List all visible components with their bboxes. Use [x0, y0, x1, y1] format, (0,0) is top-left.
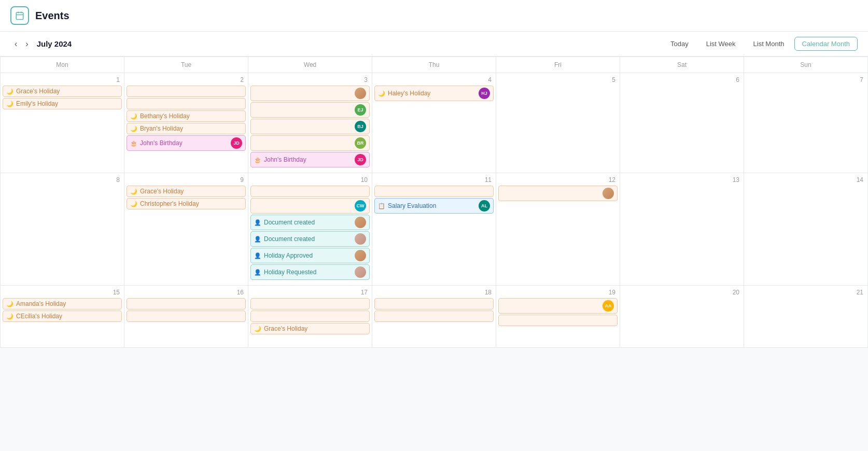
list-item[interactable] [250, 311, 370, 322]
list-item[interactable] [250, 186, 370, 197]
day-cell-jul3: 3 EJ BJ [248, 73, 372, 173]
prev-month-button[interactable]: ‹ [10, 37, 21, 51]
day-cell-jul2: 2 🌙 Bethany's Holiday [124, 73, 248, 173]
week-row-1: 1 🌙 Grace's Holiday 🌙 Emily's Holiday 2 [1, 73, 868, 173]
moon-icon: 🌙 [378, 90, 385, 97]
avatar: BJ [355, 121, 366, 132]
app-icon [10, 6, 29, 25]
list-week-button[interactable]: List Week [698, 37, 744, 51]
event-label: John's Birthday [264, 156, 352, 163]
moon-icon: 🌙 [130, 201, 137, 207]
list-item[interactable] [127, 298, 246, 309]
app-header: Events [0, 0, 868, 32]
calendar-table: Mon Tue Wed Thu Fri Sat Sun 1 🌙 Grace's … [0, 57, 868, 348]
event-label: Holiday Approved [264, 252, 352, 259]
list-item[interactable]: 🌙 Grace's Holiday [127, 186, 246, 197]
avatar [603, 188, 614, 199]
list-item[interactable]: AA [498, 298, 618, 314]
event-label: Document created [264, 235, 352, 243]
day-cell-jul11: 11 📋 Salary Evaluation AL [372, 173, 496, 286]
avatar [355, 266, 366, 278]
month-title: July 2024 [37, 39, 72, 48]
event-label: Christopher's Holiday [140, 200, 242, 207]
event-label: Salary Evaluation [388, 202, 476, 209]
list-item[interactable]: EJ [250, 102, 370, 118]
event-label: CEcilia's Holiday [16, 313, 118, 320]
moon-icon: 🌙 [130, 125, 137, 132]
day-cell-jul16: 16 [124, 286, 248, 348]
list-item[interactable]: 👤 Document created [250, 231, 370, 247]
day-cell-jul15: 15 🌙 Amanda's Holiday 🌙 CEcilia's Holida… [1, 286, 124, 348]
day-cell-jul13: 13 [620, 173, 744, 286]
today-button[interactable]: Today [663, 37, 696, 51]
list-item[interactable]: 👤 Holiday Approved [250, 248, 370, 263]
list-item[interactable]: 🌙 Emily's Holiday [3, 98, 122, 109]
user-icon: 👤 [254, 219, 261, 226]
week-row-2: 8 9 🌙 Grace's Holiday 🌙 Christopher's Ho… [1, 173, 868, 286]
list-item[interactable]: 🎂 John's Birthday JD [250, 152, 370, 167]
list-item[interactable]: 👤 Holiday Requested [250, 264, 370, 280]
list-item[interactable] [374, 298, 494, 309]
avatar: BR [355, 137, 366, 149]
list-item[interactable] [374, 186, 494, 197]
list-item[interactable] [374, 311, 494, 322]
list-month-button[interactable]: List Month [746, 37, 792, 51]
list-item[interactable]: 🌙 Bryan's Holiday [127, 123, 246, 134]
list-item[interactable] [127, 86, 246, 97]
birthday-icon: 🎂 [130, 140, 137, 147]
day-cell-jul17: 17 🌙 Grace's Holiday [248, 286, 372, 348]
event-label: Grace's Holiday [140, 188, 242, 195]
day-cell-jul1: 1 🌙 Grace's Holiday 🌙 Emily's Holiday [1, 73, 124, 173]
list-item[interactable]: 🌙 Amanda's Holiday [3, 298, 122, 309]
avatar: CW [355, 200, 366, 212]
moon-icon: 🌙 [130, 188, 137, 195]
day-cell-jul19: 19 AA [496, 286, 620, 348]
list-item[interactable]: 🌙 Bethany's Holiday [127, 110, 246, 122]
list-item[interactable] [127, 98, 246, 109]
list-item[interactable]: 🎂 John's Birthday JD [127, 135, 246, 151]
list-item[interactable] [250, 86, 370, 101]
list-item[interactable]: 🌙 Grace's Holiday [250, 323, 370, 334]
avatar: JD [355, 154, 366, 165]
avatar: HJ [479, 88, 490, 99]
user-icon: 👤 [254, 269, 261, 276]
day-cell-jul10: 10 CW 👤 Document created [248, 173, 372, 286]
list-item[interactable]: 🌙 Grace's Holiday [3, 86, 122, 97]
list-item[interactable] [498, 315, 618, 326]
header-wed: Wed [248, 57, 372, 73]
event-label: John's Birthday [140, 139, 228, 147]
clipboard-icon: 📋 [378, 203, 385, 209]
day-cell-jul7: 7 [744, 73, 868, 173]
day-cell-jul12: 12 [496, 173, 620, 286]
list-item[interactable]: BJ [250, 119, 370, 134]
list-item[interactable]: 🌙 Christopher's Holiday [127, 198, 246, 209]
header-mon: Mon [1, 57, 124, 73]
avatar [355, 250, 366, 261]
list-item[interactable] [250, 298, 370, 309]
list-item[interactable]: 🌙 Haley's Holiday HJ [374, 86, 494, 101]
event-label: Document created [264, 219, 352, 226]
header-thu: Thu [372, 57, 496, 73]
avatar [355, 233, 366, 245]
moon-icon: 🌙 [6, 313, 13, 320]
list-item[interactable]: BR [250, 135, 370, 151]
next-month-button[interactable]: › [21, 37, 32, 51]
header-sun: Sun [744, 57, 868, 73]
moon-icon: 🌙 [6, 101, 13, 107]
list-item[interactable]: 📋 Salary Evaluation AL [374, 198, 494, 214]
avatar: AA [603, 300, 614, 312]
view-buttons: Today List Week List Month Calendar Mont… [663, 37, 858, 51]
moon-icon: 🌙 [130, 113, 137, 120]
calendar-month-button[interactable]: Calendar Month [794, 37, 858, 51]
day-cell-jul9: 9 🌙 Grace's Holiday 🌙 Christopher's Holi… [124, 173, 248, 286]
day-cell-jul5: 5 [496, 73, 620, 173]
list-item[interactable] [498, 186, 618, 201]
list-item[interactable]: 👤 Document created [250, 215, 370, 230]
day-cell-jul8: 8 [1, 173, 124, 286]
calendar-toolbar: ‹ › July 2024 Today List Week List Month… [0, 32, 868, 57]
list-item[interactable] [127, 311, 246, 322]
calendar-container: Mon Tue Wed Thu Fri Sat Sun 1 🌙 Grace's … [0, 57, 868, 348]
avatar: EJ [355, 104, 366, 116]
list-item[interactable]: CW [250, 198, 370, 214]
list-item[interactable]: 🌙 CEcilia's Holiday [3, 311, 122, 322]
